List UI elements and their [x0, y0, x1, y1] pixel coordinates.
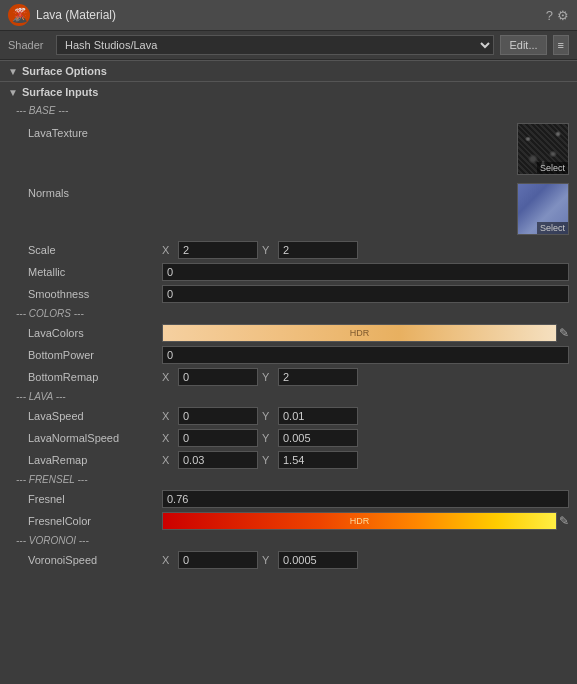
shader-menu-button[interactable]: ≡: [553, 35, 569, 55]
lava-normal-speed-x-label: X: [162, 432, 174, 444]
lava-colors-hdr-label: HDR: [350, 328, 370, 338]
bottom-remap-label: BottomRemap: [28, 371, 158, 383]
fresnel-color-row: FresnelColor HDR ✎: [0, 510, 577, 532]
lava-normal-speed-y-label: Y: [262, 432, 274, 444]
fresnel-label: --- FRENSEL ---: [16, 474, 87, 485]
fresnel-color-swatch-container: HDR ✎: [162, 512, 569, 530]
lava-label: --- LAVA ---: [16, 391, 66, 402]
metallic-input[interactable]: [162, 263, 569, 281]
lava-remap-y-input[interactable]: [278, 451, 358, 469]
bottom-remap-y-label: Y: [262, 371, 274, 383]
smoothness-label: Smoothness: [28, 288, 158, 300]
base-label: --- BASE ---: [16, 105, 68, 116]
normals-label: Normals: [28, 183, 158, 199]
fresnel-color-swatch[interactable]: HDR: [162, 512, 557, 530]
main-content: ▼ Surface Options ▼ Surface Inputs --- B…: [0, 60, 577, 684]
lava-texture-thumbnail[interactable]: Select: [517, 123, 569, 175]
shader-edit-button[interactable]: Edit...: [500, 35, 546, 55]
material-icon: 🌋: [8, 4, 30, 26]
lava-speed-x-input[interactable]: [178, 407, 258, 425]
colors-label: --- COLORS ---: [16, 308, 84, 319]
lava-normal-speed-label: LavaNormalSpeed: [28, 432, 158, 444]
bottom-remap-x-input[interactable]: [178, 368, 258, 386]
metallic-value: [162, 263, 569, 281]
scale-row: Scale X Y: [0, 239, 577, 261]
settings-icon[interactable]: ⚙: [557, 8, 569, 23]
fresnel-value: [162, 490, 569, 508]
voronoi-speed-row: VoronoiSpeed X Y: [0, 549, 577, 571]
lava-normal-speed-value: X Y: [162, 429, 569, 447]
help-icon[interactable]: ?: [546, 8, 553, 23]
lava-speed-y-input[interactable]: [278, 407, 358, 425]
surface-inputs-title: Surface Inputs: [22, 86, 98, 98]
voronoi-speed-x-label: X: [162, 554, 174, 566]
lava-speed-label: LavaSpeed: [28, 410, 158, 422]
surface-inputs-arrow: ▼: [8, 87, 18, 98]
lava-remap-row: LavaRemap X Y: [0, 449, 577, 471]
lava-colors-edit-icon[interactable]: ✎: [559, 326, 569, 340]
voronoi-subsection-header[interactable]: --- VORONOI ---: [0, 532, 577, 549]
normals-row: Normals Select: [0, 179, 577, 239]
lava-texture-row: LavaTexture Select: [0, 119, 577, 179]
fresnel-subsection-header[interactable]: --- FRENSEL ---: [0, 471, 577, 488]
shader-row: Shader Hash Studios/Lava Edit... ≡: [0, 31, 577, 60]
lava-colors-row: LavaColors HDR ✎: [0, 322, 577, 344]
smoothness-row: Smoothness: [0, 283, 577, 305]
lava-remap-x-input[interactable]: [178, 451, 258, 469]
smoothness-input[interactable]: [162, 285, 569, 303]
scale-x-input[interactable]: [178, 241, 258, 259]
bottom-remap-row: BottomRemap X Y: [0, 366, 577, 388]
smoothness-value: [162, 285, 569, 303]
lava-speed-value: X Y: [162, 407, 569, 425]
surface-options-title: Surface Options: [22, 65, 107, 77]
colors-subsection-header[interactable]: --- COLORS ---: [0, 305, 577, 322]
voronoi-speed-x-input[interactable]: [178, 551, 258, 569]
bottom-power-value: [162, 346, 569, 364]
lava-texture-select-label[interactable]: Select: [537, 162, 568, 174]
shader-select[interactable]: Hash Studios/Lava: [56, 35, 494, 55]
normals-thumbnail[interactable]: Select: [517, 183, 569, 235]
lava-remap-x-label: X: [162, 454, 174, 466]
fresnel-row: Fresnel: [0, 488, 577, 510]
fresnel-input[interactable]: [162, 490, 569, 508]
surface-inputs-header[interactable]: ▼ Surface Inputs: [0, 81, 577, 102]
surface-options-header[interactable]: ▼ Surface Options: [0, 60, 577, 81]
fresnel-color-edit-icon[interactable]: ✎: [559, 514, 569, 528]
lava-subsection-header[interactable]: --- LAVA ---: [0, 388, 577, 405]
lava-normal-speed-y-input[interactable]: [278, 429, 358, 447]
voronoi-speed-y-label: Y: [262, 554, 274, 566]
lava-colors-swatch-container: HDR ✎: [162, 324, 569, 342]
lava-speed-row: LavaSpeed X Y: [0, 405, 577, 427]
metallic-row: Metallic: [0, 261, 577, 283]
lava-speed-x-label: X: [162, 410, 174, 422]
scale-y-input[interactable]: [278, 241, 358, 259]
lava-colors-swatch[interactable]: HDR: [162, 324, 557, 342]
scale-x-label: X: [162, 244, 174, 256]
shader-label: Shader: [8, 39, 50, 51]
base-subsection-header[interactable]: --- BASE ---: [0, 102, 577, 119]
normals-select-label[interactable]: Select: [537, 222, 568, 234]
lava-normal-speed-row: LavaNormalSpeed X Y: [0, 427, 577, 449]
title-actions: ? ⚙: [546, 8, 569, 23]
bottom-power-label: BottomPower: [28, 349, 158, 361]
lava-remap-y-label: Y: [262, 454, 274, 466]
bottom-remap-value: X Y: [162, 368, 569, 386]
lava-remap-label: LavaRemap: [28, 454, 158, 466]
voronoi-speed-value: X Y: [162, 551, 569, 569]
lava-speed-y-label: Y: [262, 410, 274, 422]
lava-colors-label: LavaColors: [28, 327, 158, 339]
bottom-power-input[interactable]: [162, 346, 569, 364]
bottom-remap-x-label: X: [162, 371, 174, 383]
voronoi-speed-y-input[interactable]: [278, 551, 358, 569]
fresnel-prop-label: Fresnel: [28, 493, 158, 505]
lava-remap-value: X Y: [162, 451, 569, 469]
voronoi-label: --- VORONOI ---: [16, 535, 89, 546]
voronoi-speed-label: VoronoiSpeed: [28, 554, 158, 566]
bottom-power-row: BottomPower: [0, 344, 577, 366]
fresnel-color-label: FresnelColor: [28, 515, 158, 527]
bottom-remap-y-input[interactable]: [278, 368, 358, 386]
scale-value: X Y: [162, 241, 569, 259]
lava-normal-speed-x-input[interactable]: [178, 429, 258, 447]
title-bar: 🌋 Lava (Material) ? ⚙: [0, 0, 577, 31]
fresnel-color-hdr-label: HDR: [350, 516, 370, 526]
